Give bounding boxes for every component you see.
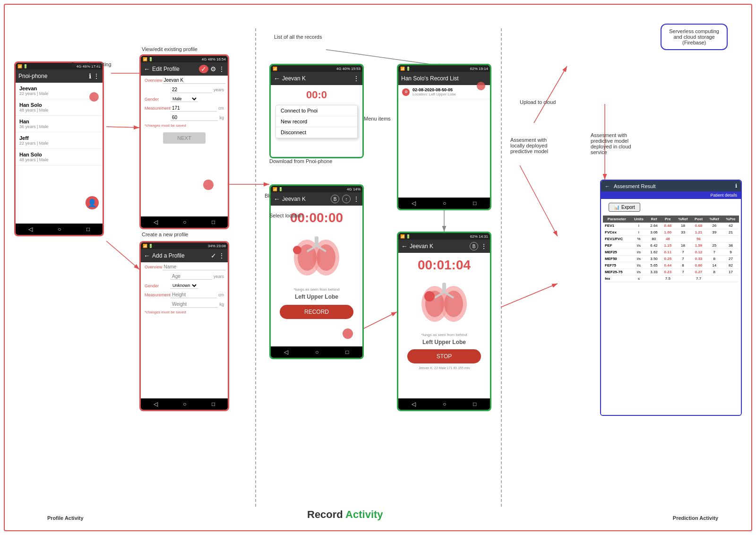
age-unit: years bbox=[214, 87, 224, 92]
cell-units: l/s bbox=[631, 242, 647, 249]
profile-toolbar: Pnoi-phone ℹ ⋮ bbox=[16, 69, 103, 83]
name-input[interactable] bbox=[163, 77, 225, 84]
bluetooth-icon[interactable]: B bbox=[470, 242, 478, 250]
edit-toolbar: ← Edit Profile ✓ ⚙ ⋮ bbox=[141, 62, 228, 76]
home-btn[interactable]: ○ bbox=[183, 219, 186, 225]
bluetooth-icon[interactable]: B bbox=[331, 195, 339, 203]
list-item[interactable]: Han Solo 48 years | Male bbox=[16, 149, 103, 165]
cell-post: 0.33 bbox=[691, 256, 706, 262]
back-btn[interactable]: ◁ bbox=[412, 200, 416, 207]
add-profile-fab[interactable]: 👤 bbox=[86, 196, 99, 209]
profile-name-3: Han bbox=[19, 119, 99, 124]
back-btn[interactable]: ◁ bbox=[154, 401, 158, 407]
cell-param: MEF50 bbox=[603, 256, 631, 262]
back-icon[interactable]: ← bbox=[401, 242, 408, 250]
record-list-icons: 📶 🔋 bbox=[400, 67, 411, 71]
edit-screen: 📶 🔋 4G 48% 16:54 ← Edit Profile ✓ ⚙ ⋮ Ov… bbox=[141, 56, 228, 228]
home-btn[interactable]: ○ bbox=[315, 349, 318, 355]
home-btn[interactable]: ○ bbox=[443, 401, 446, 407]
add-gender-select[interactable]: Unknown Male Female bbox=[171, 283, 198, 289]
save-note: *changes must be saved bbox=[141, 122, 228, 129]
cell-pct-pre: 9 bbox=[722, 249, 739, 256]
back-btn[interactable]: ◁ bbox=[28, 226, 33, 233]
cell-pct-ref bbox=[675, 276, 691, 282]
location-label: Left Upper Lobe bbox=[295, 293, 338, 300]
list-item[interactable]: Han Solo 48 years | Male bbox=[16, 99, 103, 116]
cell-pct-pre bbox=[722, 236, 739, 242]
recent-btn[interactable]: □ bbox=[212, 219, 215, 225]
add-height-input[interactable] bbox=[171, 292, 217, 298]
annotation-bluetooth: Bluetooth connection bbox=[265, 193, 313, 198]
back-btn[interactable]: ◁ bbox=[284, 349, 288, 355]
profile-sub-2: 48 years | Male bbox=[19, 108, 99, 112]
annotation-save: Save after editing bbox=[71, 61, 112, 67]
back-icon[interactable]: ← bbox=[605, 183, 610, 189]
more-icon[interactable]: ⋮ bbox=[353, 195, 360, 203]
export-button[interactable]: 📊 Export bbox=[609, 203, 640, 212]
settings-icon[interactable]: ⚙ bbox=[210, 65, 216, 73]
check-icon[interactable]: ✓ bbox=[211, 252, 216, 259]
table-row: FEV1 l 2.64 0.48 18 0.68 26 42 bbox=[603, 223, 739, 229]
record-list-item[interactable]: ⚙ 02-08-2020-08-50-05 Location: Left Upp… bbox=[398, 85, 490, 99]
add-profile-phone: 📶 🔋 34% 23:08 ← Add a Profile ✓ ⋮ Overvi… bbox=[139, 241, 229, 411]
add-weight-input[interactable] bbox=[171, 301, 218, 308]
add-age-input[interactable] bbox=[171, 273, 212, 280]
new-record-item[interactable]: New record bbox=[276, 116, 357, 127]
more-icon[interactable]: ⋮ bbox=[353, 75, 360, 82]
back-btn[interactable]: ◁ bbox=[154, 219, 158, 225]
check-icon[interactable]: ✓ bbox=[199, 65, 208, 73]
section-record-label: Record Activity bbox=[307, 509, 383, 521]
recent-btn[interactable]: □ bbox=[473, 200, 476, 207]
age-input[interactable] bbox=[171, 86, 212, 93]
list-item[interactable]: Han 36 years | Male bbox=[16, 116, 103, 132]
info-icon[interactable]: ℹ bbox=[89, 72, 91, 80]
more-icon[interactable]: ⋮ bbox=[218, 252, 225, 259]
weight-input[interactable] bbox=[171, 114, 218, 121]
connect-pnoi-item[interactable]: Connect to Pnoi bbox=[276, 105, 357, 116]
disconnect-item[interactable]: Disconnect bbox=[276, 127, 357, 138]
record-button[interactable]: RECORD bbox=[280, 305, 353, 319]
back-icon[interactable]: ← bbox=[274, 75, 280, 82]
height-input[interactable] bbox=[171, 105, 217, 112]
add-name-input[interactable] bbox=[163, 264, 225, 270]
add-statusbar-time: 34% 23:08 bbox=[208, 244, 226, 248]
home-btn[interactable]: ○ bbox=[58, 226, 61, 233]
record-label-activity: Activity bbox=[345, 509, 383, 520]
col-pre: Pre bbox=[661, 216, 675, 223]
cell-pct-ref: 33 bbox=[675, 229, 691, 236]
cell-post: 1.59 bbox=[691, 242, 706, 249]
col-ref: Ref bbox=[647, 216, 661, 223]
gender-select[interactable]: Male Female Unknown bbox=[171, 96, 198, 102]
col-units: Units bbox=[631, 216, 647, 223]
record-main-icons: 📶 🔋 bbox=[273, 187, 283, 191]
home-btn[interactable]: ○ bbox=[443, 200, 446, 207]
more-icon[interactable]: ⋮ bbox=[481, 242, 487, 250]
back-icon[interactable]: ← bbox=[144, 252, 150, 259]
more-icon[interactable]: ⋮ bbox=[218, 65, 225, 73]
list-item[interactable]: Jeff 22 years | Male bbox=[16, 132, 103, 149]
recent-btn[interactable]: □ bbox=[212, 401, 215, 407]
cell-pct-ref-post: 25 bbox=[706, 242, 722, 249]
upload-icon[interactable]: ↑ bbox=[342, 195, 351, 203]
patient-details-tab[interactable]: Patient details bbox=[601, 191, 741, 199]
assessment-phone: ← Assesment Result ℹ Patient details 📊 E… bbox=[600, 180, 742, 416]
recent-btn[interactable]: □ bbox=[86, 226, 90, 233]
recent-btn[interactable]: □ bbox=[345, 349, 349, 355]
more-icon[interactable]: ⋮ bbox=[93, 72, 100, 80]
record-main-statusbar: 📶 🔋 4G 14% bbox=[271, 186, 362, 192]
back-btn[interactable]: ◁ bbox=[412, 401, 416, 407]
recent-btn[interactable]: □ bbox=[473, 401, 476, 407]
back-arrow-icon[interactable]: ← bbox=[144, 65, 150, 73]
cell-param: MEF25-75 bbox=[603, 269, 631, 276]
record-menu-toolbar: ← Jeevan K ⋮ bbox=[271, 72, 362, 85]
home-btn[interactable]: ○ bbox=[183, 401, 186, 407]
lung-active-indicator bbox=[424, 291, 435, 302]
info-icon[interactable]: ℹ bbox=[735, 183, 737, 189]
cell-pct-pre: 27 bbox=[722, 256, 739, 262]
next-button[interactable]: NEXT bbox=[163, 132, 205, 144]
add-navbar: ◁ ○ □ bbox=[141, 398, 228, 410]
assessment-table: Parameter Units Ref Pre %Ref Post %Ref %… bbox=[603, 216, 739, 282]
stop-button[interactable]: STOP bbox=[407, 349, 481, 363]
annotation-create: Create a new profile bbox=[142, 232, 188, 237]
cell-pre: 7.5 bbox=[661, 276, 675, 282]
